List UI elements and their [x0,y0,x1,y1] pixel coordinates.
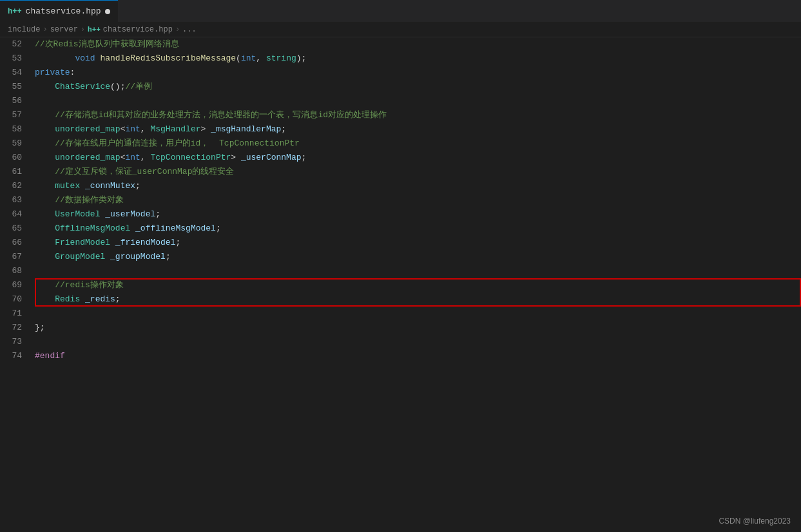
line-content: UserModel _userModel; [32,207,801,222]
line-content: #endif [32,349,801,363]
line-content: Redis _redis; [32,292,801,307]
line-number: 74 [0,349,32,363]
line-content: //存储在线用户的通信连接，用户的id， TcpConnectionPtr [32,137,801,151]
code-area: 52//次Redis消息队列中获取到网络消息53 void handleRedi… [0,37,801,530]
line-content: private: [32,66,801,80]
line-number: 66 [0,236,32,250]
line-content [32,94,801,108]
tab-chatservice[interactable]: h++ chatservice.hpp [0,0,118,23]
line-number: 59 [0,137,32,151]
line-content: //存储消息id和其对应的业务处理方法，消息处理器的一个表，写消息id对应的处理… [32,108,801,122]
line-content [32,335,801,349]
line-content: ChatService();//单例 [32,80,801,94]
code-line: 52//次Redis消息队列中获取到网络消息 [0,37,801,52]
line-number: 54 [0,66,32,80]
code-line: 55 ChatService();//单例 [0,80,801,94]
code-line: 57 //存储消息id和其对应的业务处理方法，消息处理器的一个表，写消息id对应… [0,108,801,122]
line-number: 53 [0,52,32,66]
line-content: //数据操作类对象 [32,193,801,207]
code-line: 60 unordered_map<int, TcpConnectionPtr> … [0,151,801,165]
line-number: 65 [0,222,32,236]
line-number: 68 [0,264,32,278]
code-line: 66 FriendModel _friendModel; [0,236,801,250]
line-content: void handleRedisSubscribeMessage(int, st… [32,52,801,66]
code-line: 71 [0,307,801,321]
line-number: 73 [0,335,32,349]
tab-filename: chatservice.hpp [26,6,101,16]
code-line: 70 Redis _redis; [0,292,801,307]
line-content: }; [32,321,801,335]
breadcrumb-sep-2: › [81,25,85,34]
breadcrumb: include › server › h++ chatservice.hpp ›… [0,23,801,37]
code-line: 62 mutex _connMutex; [0,179,801,193]
code-line: 65 OfflineMsgModel _offlineMsgModel; [0,222,801,236]
tab-modified-dot [105,9,110,14]
line-number: 67 [0,250,32,264]
code-line: 74#endif [0,349,801,363]
code-line: 72}; [0,321,801,335]
breadcrumb-item-file: chatservice.hpp [103,25,173,34]
code-line: 73 [0,335,801,349]
line-content: GroupModel _groupModel; [32,250,801,264]
line-number: 64 [0,207,32,222]
line-number: 60 [0,151,32,165]
line-content: unordered_map<int, MsgHandler> _msgHandl… [32,122,801,137]
code-line: 56 [0,94,801,108]
code-line: 53 void handleRedisSubscribeMessage(int,… [0,52,801,66]
line-content: //redis操作对象 [32,278,801,292]
code-line: 58 unordered_map<int, MsgHandler> _msgHa… [0,122,801,137]
line-number: 56 [0,94,32,108]
code-line: 54private: [0,66,801,80]
breadcrumb-item-include: include [8,25,40,34]
line-number: 71 [0,307,32,321]
code-line: 61 //定义互斥锁，保证_userConnMap的线程安全 [0,165,801,179]
code-line: 63 //数据操作类对象 [0,193,801,207]
line-number: 69 [0,278,32,292]
tab-bar: h++ chatservice.hpp [0,0,801,23]
code-line: 64 UserModel _userModel; [0,207,801,222]
line-content [32,264,801,278]
line-number: 63 [0,193,32,207]
code-line: 59 //存储在线用户的通信连接，用户的id， TcpConnectionPtr [0,137,801,151]
line-number: 72 [0,321,32,335]
line-number: 58 [0,122,32,137]
code-line: 69 //redis操作对象 [0,278,801,292]
line-content: //定义互斥锁，保证_userConnMap的线程安全 [32,165,801,179]
breadcrumb-sep-3: › [175,25,180,34]
code-line: 68 [0,264,801,278]
breadcrumb-icon: h++ [88,26,101,33]
line-content: FriendModel _friendModel; [32,236,801,250]
line-content: OfflineMsgModel _offlineMsgModel; [32,222,801,236]
line-content: //次Redis消息队列中获取到网络消息 [32,37,801,52]
line-content [32,307,801,321]
watermark: CSDN @liufeng2023 [719,517,791,526]
tab-icon: h++ [8,7,22,16]
code-line: 67 GroupModel _groupModel; [0,250,801,264]
line-number: 61 [0,165,32,179]
breadcrumb-sep-1: › [43,25,47,34]
line-number: 62 [0,179,32,193]
line-content: unordered_map<int, TcpConnectionPtr> _us… [32,151,801,165]
line-number: 55 [0,80,32,94]
line-content: mutex _connMutex; [32,179,801,193]
line-number: 52 [0,37,32,52]
breadcrumb-item-server: server [50,25,78,34]
breadcrumb-item-ellipsis: ... [182,25,197,34]
line-number: 70 [0,292,32,307]
line-number: 57 [0,108,32,122]
